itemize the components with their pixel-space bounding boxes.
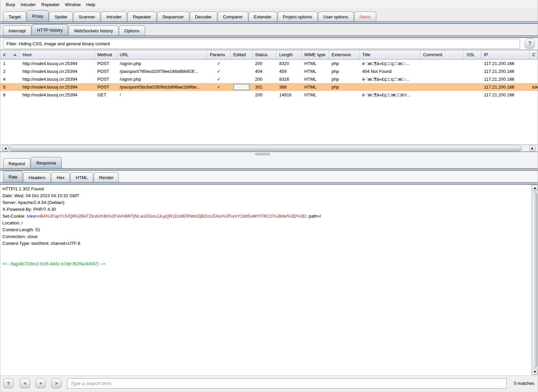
column-header-edited[interactable]: Edited — [231, 50, 252, 59]
help-icon: ? — [7, 380, 10, 386]
filter-label: Filter: Hiding CSS, image and general bi… — [6, 41, 110, 46]
tab-repeater[interactable]: Repeater — [127, 12, 156, 21]
pane-splitter[interactable] — [0, 152, 538, 156]
horizontal-scrollbar[interactable] — [0, 144, 538, 152]
sub-tab-http-history[interactable]: HTTP history — [32, 24, 68, 35]
column-header-params[interactable]: Params — [207, 50, 231, 59]
table-header: #HostMethodURLParamsEditedStatusLengthMI… — [0, 50, 538, 60]
column-header-status[interactable]: Status — [252, 50, 276, 59]
response-segment: Connection: close — [2, 234, 37, 239]
tab-spider[interactable]: Spider — [49, 12, 73, 21]
response-line: <!-- flag{4b723bc2-fc05-4d41-b7dd-f62ffa… — [2, 261, 529, 267]
cell-num: 6 — [0, 91, 20, 99]
sub-tab-websockets-history[interactable]: WebSockets history — [68, 26, 118, 35]
cell-title: è·¨æ□¶ä»£ç□□æ□□ä½... — [360, 91, 421, 99]
previous-match-button[interactable]: < — [20, 378, 30, 388]
cell-params: ✓ — [207, 60, 231, 67]
menu-item-help[interactable]: Help — [83, 0, 98, 9]
next-match-button[interactable]: > — [51, 378, 62, 388]
column-header-host[interactable]: Host — [20, 50, 95, 59]
tab-sequencer[interactable]: Sequencer — [157, 12, 189, 21]
cell-num: 2 — [0, 67, 20, 75]
response-segment: Set-Cookie: — [2, 214, 27, 219]
tab-target[interactable]: Target — [3, 12, 26, 21]
menu-item-intruder[interactable]: Intruder — [18, 0, 38, 9]
column-header-ip[interactable]: IP — [481, 50, 529, 59]
editor-tab-request[interactable]: Request — [3, 158, 30, 168]
filter-help-button[interactable]: ? — [525, 38, 535, 49]
tab-user-options[interactable]: User options — [318, 12, 354, 21]
response-line: Set-Cookie: token=B4%2FapYUVQ8%2B4TZkslU… — [2, 213, 529, 220]
column-header-ssl[interactable]: SSL — [464, 50, 481, 59]
column-header-comment[interactable]: Comment — [420, 50, 464, 59]
table-body: 1http://node4.buuoj.cn:25394POST/signin.… — [0, 60, 538, 144]
cell-edited — [231, 91, 252, 99]
cell-comment — [420, 75, 464, 83]
plus-icon: + — [39, 381, 42, 386]
tab-scanner[interactable]: Scanner — [73, 12, 100, 21]
message-editor-tab-bar: RequestResponse — [0, 156, 538, 168]
http-history-row[interactable]: 4http://node4.buuoj.cn:25394POST/signin.… — [0, 75, 538, 83]
cell-ip: 117.21.200.166 — [481, 91, 529, 99]
column-header-method[interactable]: Method — [95, 50, 117, 59]
cell-num: 1 — [0, 60, 20, 67]
response-segment-val: B4%2FapYUVQ8%2B4TZkslUh3b%2FaVHtiRTjNLws… — [40, 214, 306, 219]
cell-ssl — [464, 67, 481, 75]
cell-status: 302 — [252, 83, 276, 91]
http-history-row[interactable]: 6http://node4.buuoj.cn:25394GET/20014916… — [0, 91, 538, 99]
cell-ssl — [464, 91, 481, 99]
filter-summary[interactable]: Filter: Hiding CSS, image and general bi… — [3, 39, 520, 49]
response-segment: Date: Wed, 04 Oct 2023 04:10:32 GMT — [2, 193, 79, 198]
scroll-right-button[interactable] — [529, 145, 536, 151]
view-tab-html[interactable]: HTML — [70, 172, 93, 182]
tab-extender[interactable]: Extender — [249, 12, 277, 21]
column-label: Comment — [423, 52, 442, 57]
column-header--[interactable]: # — [0, 50, 20, 59]
splitter-grip-icon[interactable] — [255, 153, 270, 155]
response-line — [2, 254, 529, 261]
search-help-button[interactable]: ? — [3, 378, 14, 388]
sub-tab-intercept[interactable]: Intercept — [3, 26, 31, 35]
editor-tab-response[interactable]: Response — [31, 157, 62, 168]
scroll-left-button[interactable] — [2, 145, 9, 151]
vertical-scroll-thumb[interactable] — [532, 192, 537, 368]
menu-item-window[interactable]: Window — [62, 0, 83, 9]
column-header-title[interactable]: Title — [360, 50, 421, 59]
view-tab-headers[interactable]: Headers — [23, 172, 51, 182]
tab-project-options[interactable]: Project options — [278, 12, 318, 21]
column-header-length[interactable]: Length — [276, 50, 302, 59]
http-history-row[interactable]: 1http://node4.buuoj.cn:25394POST/signin.… — [0, 60, 538, 67]
vertical-scrollbar[interactable] — [531, 185, 538, 375]
add-filter-button[interactable]: + — [35, 378, 46, 388]
sub-tab-options[interactable]: Options — [119, 26, 145, 35]
cell-extension — [329, 91, 360, 99]
tab-comparer[interactable]: Comparer — [218, 12, 248, 21]
column-header-extension[interactable]: Extension — [329, 50, 360, 59]
scroll-down-button[interactable] — [532, 369, 538, 375]
cell-extension: php — [329, 83, 360, 91]
scroll-up-button[interactable] — [532, 185, 538, 191]
cell-title: è·¨æ□¶ä»£ç□□ç□¨æ□·... — [360, 75, 421, 83]
menu-item-repeater[interactable]: Repeater — [38, 0, 62, 9]
cell-num: 5 — [0, 83, 20, 91]
tab-alerts[interactable]: Alerts — [354, 12, 376, 21]
column-header-url[interactable]: URL — [117, 50, 207, 59]
http-history-row[interactable]: 5http://node4.buuoj.cn:25394POST/passpor… — [0, 83, 538, 91]
cell-host: http://node4.buuoj.cn:25394 — [20, 75, 95, 83]
horizontal-scroll-thumb[interactable] — [9, 145, 522, 151]
cell-cookies — [529, 67, 538, 75]
view-tab-render[interactable]: Render — [94, 172, 119, 182]
view-tab-hex[interactable]: Hex — [51, 172, 70, 182]
http-history-row[interactable]: 2http://node4.buuoj.cn:25394POST/passpor… — [0, 67, 538, 75]
view-tab-raw[interactable]: Raw — [3, 171, 23, 182]
cell-status: 404 — [252, 67, 276, 75]
column-header-mime-type[interactable]: MIME type — [302, 50, 329, 59]
menu-item-burp[interactable]: Burp — [3, 0, 18, 9]
cell-comment — [420, 67, 464, 75]
search-input[interactable] — [67, 378, 507, 389]
tab-proxy[interactable]: Proxy — [27, 10, 49, 21]
cell-length: 14916 — [276, 91, 302, 99]
tab-intruder[interactable]: Intruder — [101, 12, 127, 21]
tab-decoder[interactable]: Decoder — [190, 12, 217, 21]
column-header-c[interactable]: C — [529, 50, 538, 59]
